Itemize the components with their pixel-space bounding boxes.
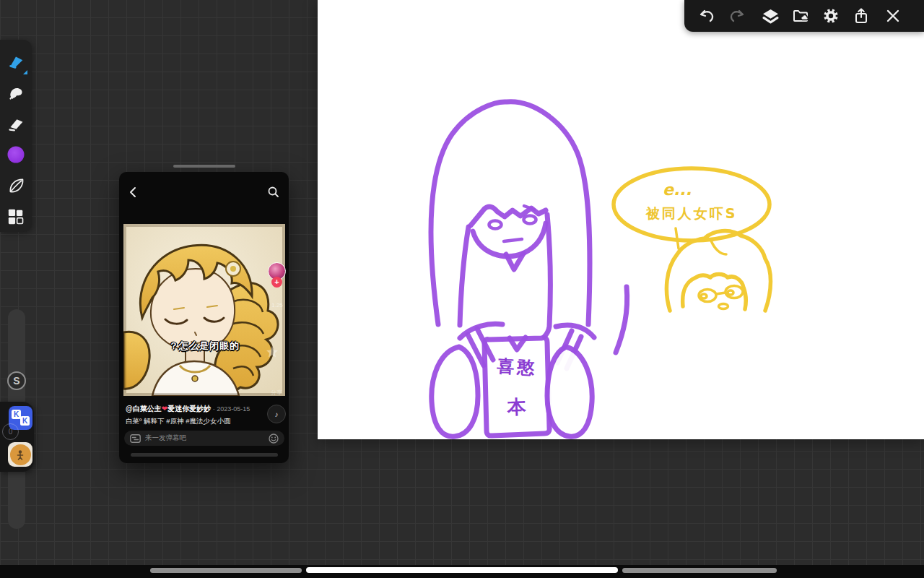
pen-options-badge xyxy=(23,70,27,74)
danmaku-placeholder: 来一发弹幕吧 xyxy=(145,434,264,443)
author-handle: @白菜公主 xyxy=(126,405,162,413)
heart-icon: ❤ xyxy=(162,405,167,413)
close-icon[interactable] xyxy=(882,5,904,27)
video-description[interactable]: 白菜º 解释下 #原神 #魔法少女小圆 xyxy=(126,417,277,426)
home-indicator[interactable] xyxy=(306,567,618,573)
orange-app-glyph xyxy=(10,444,31,465)
drawing-canvas[interactable]: 喜憨 本 e... 被同人女吓S xyxy=(318,0,924,439)
danmaku-input[interactable]: 来一发弹幕吧 xyxy=(124,431,284,446)
emoji-icon[interactable] xyxy=(269,434,279,444)
blend-leaf-tool[interactable] xyxy=(3,170,29,201)
video-app-window: ？怎么是闭眼的 + 1.25 分享 @白菜公主❤爱迷你爱妙妙 · 2023-05… xyxy=(119,172,289,463)
undo-button[interactable] xyxy=(696,5,718,27)
yellow-character-sketch: e... 被同人女吓S xyxy=(614,168,771,311)
window-drag-handle[interactable] xyxy=(173,165,235,168)
danmaku-icon xyxy=(130,434,141,443)
color-swatch[interactable] xyxy=(3,139,29,170)
dot-separator: · xyxy=(211,405,217,413)
back-chevron-icon[interactable] xyxy=(128,186,139,201)
gallery-grid-tool[interactable] xyxy=(3,201,29,232)
bubble-text-line2: 被同人女吓S xyxy=(645,205,738,221)
follow-plus-button[interactable]: + xyxy=(271,277,282,288)
author-suffix: 爱迷你爱妙妙 xyxy=(167,405,211,413)
like-count: 1.25 xyxy=(266,302,288,309)
kk-letter-2: K xyxy=(20,416,30,426)
bubble-text-line1: e... xyxy=(663,181,692,199)
redo-button[interactable] xyxy=(726,5,748,27)
video-still-illustration xyxy=(123,224,285,396)
orange-app-icon[interactable] xyxy=(8,442,32,467)
favorite-star-icon[interactable] xyxy=(266,345,279,361)
share-icon[interactable] xyxy=(850,5,872,27)
left-window-indicator[interactable] xyxy=(150,568,302,573)
purple-character-sketch: 喜憨 本 xyxy=(431,102,627,436)
stabilizer-button[interactable]: S xyxy=(7,371,26,390)
pen-tool[interactable] xyxy=(3,46,29,77)
book-text-bottom: 本 xyxy=(506,396,527,418)
import-image-icon[interactable] xyxy=(790,5,811,27)
top-toolbar xyxy=(684,0,924,32)
eraser-tool[interactable] xyxy=(3,108,29,139)
canvas-artwork: 喜憨 本 e... 被同人女吓S xyxy=(318,0,924,439)
video-caption-overlay: ？怎么是闭眼的 xyxy=(123,340,285,353)
author-row[interactable]: @白菜公主❤爱迷你爱妙妙 · 2023-05-15 xyxy=(126,404,267,414)
tool-sidebar xyxy=(0,40,32,232)
window-home-indicator xyxy=(131,453,278,457)
settings-gear-icon[interactable] xyxy=(820,5,842,27)
layers-icon[interactable] xyxy=(759,5,781,27)
brush-tool[interactable] xyxy=(3,77,29,108)
book-text-top: 喜憨 xyxy=(497,356,538,379)
search-icon[interactable] xyxy=(267,186,279,201)
right-window-indicator[interactable] xyxy=(622,568,777,573)
video-frame[interactable]: ？怎么是闭眼的 xyxy=(123,224,285,396)
ghost-counter-badge: 0 xyxy=(2,423,19,440)
post-date: 2023-05-15 xyxy=(217,405,250,413)
share-label[interactable]: 分享 xyxy=(265,389,288,397)
